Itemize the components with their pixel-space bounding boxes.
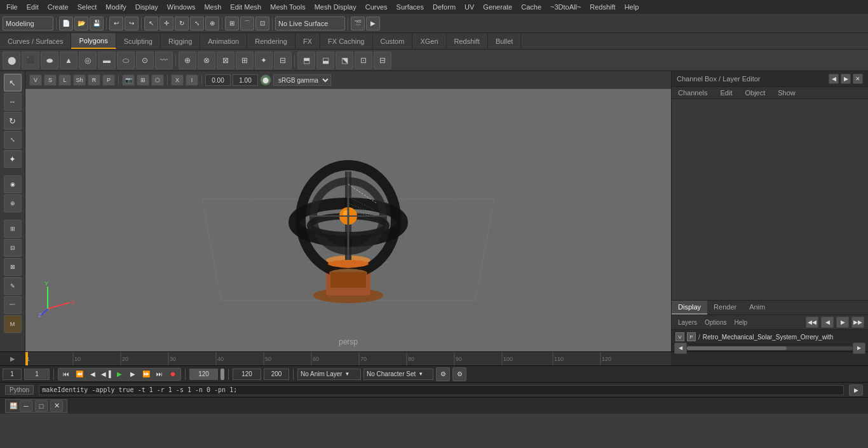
menu-create[interactable]: Create	[44, 2, 72, 12]
shelf-bridge[interactable]: ⬓	[316, 51, 334, 69]
component-select-btn[interactable]: ⊠	[4, 258, 22, 276]
mode-dropdown[interactable]: Modeling	[3, 17, 53, 31]
menu-display[interactable]: Display	[132, 2, 162, 12]
vp-xray-btn[interactable]: X	[171, 74, 184, 86]
layers-nav-first[interactable]: ◀◀	[806, 316, 818, 328]
autokey-btn[interactable]: ⚙	[436, 367, 450, 381]
menu-mesh-tools[interactable]: Mesh Tools	[266, 2, 309, 12]
shelf-bevel[interactable]: ⬔	[336, 51, 353, 69]
ch-tab-channels[interactable]: Channels	[672, 87, 714, 98]
menu-windows[interactable]: Windows	[163, 2, 200, 12]
frame-end-input[interactable]	[233, 369, 261, 380]
select-mode-btn[interactable]: ↖	[4, 74, 22, 92]
layer-playback-btn[interactable]: P	[687, 332, 696, 341]
shelf-cube[interactable]: ⬛	[22, 51, 39, 69]
vp-color-space-icon[interactable]: ⬤	[260, 74, 271, 86]
step-fwd-btn[interactable]: ⏩	[140, 368, 153, 381]
move-mode-btn[interactable]: ↔	[4, 93, 22, 111]
scroll-left-btn[interactable]: ◀	[674, 343, 687, 354]
scroll-right-btn[interactable]: ▶	[853, 343, 865, 354]
go-end-btn[interactable]: ⏭	[153, 368, 166, 381]
paint-skin-btn[interactable]: ✎	[4, 277, 22, 295]
redo-btn[interactable]: ↪	[125, 17, 139, 31]
layers-options[interactable]: Options	[702, 318, 729, 327]
soft-select-btn[interactable]: ◉	[4, 175, 22, 193]
vp-panels-menu[interactable]: P	[102, 74, 115, 86]
gamma-input[interactable]	[205, 74, 231, 86]
layers-help[interactable]: Help	[731, 318, 750, 327]
render-btn[interactable]: 🎬	[351, 17, 365, 31]
menu-file[interactable]: File	[3, 2, 22, 12]
menu-curves[interactable]: Curves	[362, 2, 391, 12]
snap-to-grid-btn[interactable]: ⊟	[4, 239, 22, 257]
tab-curves-surfaces[interactable]: Curves / Surfaces	[0, 33, 71, 49]
shelf-sphere[interactable]: ⬤	[3, 51, 20, 69]
win-minimize-btn[interactable]: ─	[20, 400, 32, 412]
shelf-insert-loop[interactable]: ⊡	[355, 51, 372, 69]
tab-rigging[interactable]: Rigging	[161, 33, 200, 49]
symmetry-btn[interactable]: ⊕	[4, 194, 22, 212]
snap-grid[interactable]: ⊞	[225, 17, 239, 31]
tab-redshift[interactable]: Redshift	[447, 33, 488, 49]
layer-scrollbar[interactable]: ◀ ▶	[672, 344, 868, 351]
color-space-dropdown[interactable]: sRGB gamma	[273, 74, 331, 86]
sculpt-btn[interactable]: 〰	[4, 296, 22, 314]
cb-btn2[interactable]: ▶	[841, 74, 851, 84]
shelf-combine[interactable]: ⊕	[179, 51, 196, 69]
cb-close[interactable]: ✕	[853, 74, 863, 84]
vp-lighting-menu[interactable]: L	[58, 74, 71, 86]
layers-nav-next[interactable]: ▶	[836, 316, 849, 328]
scroll-track[interactable]	[687, 346, 853, 350]
tab-polygons[interactable]: Polygons	[71, 33, 116, 49]
scale-tool[interactable]: ⤡	[190, 17, 204, 31]
shelf-pipe[interactable]: ⊙	[136, 51, 154, 69]
shelf-extrude[interactable]: ⬒	[297, 51, 315, 69]
anim-layer-dropdown[interactable]: No Anim Layer ▼	[297, 369, 361, 380]
tab-xgen[interactable]: XGen	[412, 33, 446, 49]
snap-to-poly-btn[interactable]: ⊞	[4, 220, 22, 238]
rotate-mode-btn[interactable]: ↻	[4, 112, 22, 130]
shelf-disk[interactable]: ⬭	[117, 51, 135, 69]
move-tool[interactable]: ✛	[159, 17, 173, 31]
universal-tool[interactable]: ⊕	[205, 17, 219, 31]
maya-icon-btn[interactable]: M	[4, 315, 22, 333]
ch-tab-show[interactable]: Show	[771, 87, 802, 98]
prev-frame-btn[interactable]: ◀	[86, 368, 99, 381]
vp-shading-menu[interactable]: S	[44, 74, 57, 86]
vp-isolate-btn[interactable]: I	[186, 74, 198, 86]
open-file-btn[interactable]: 📂	[74, 17, 88, 31]
frame-max-input[interactable]	[264, 369, 289, 380]
tab-animation[interactable]: Animation	[200, 33, 247, 49]
menu-help[interactable]: Help	[621, 2, 643, 12]
tab-custom[interactable]: Custom	[373, 33, 413, 49]
layers-nav-last[interactable]: ▶▶	[851, 316, 864, 328]
record-btn[interactable]: ⏺	[166, 368, 179, 381]
range-end-input[interactable]	[189, 369, 218, 380]
vp-renderer-menu[interactable]: R	[88, 74, 100, 86]
undo-btn[interactable]: ↩	[109, 17, 123, 31]
tab-rendering[interactable]: Rendering	[247, 33, 295, 49]
menu-deform[interactable]: Deform	[429, 2, 459, 12]
menu-uv[interactable]: UV	[461, 2, 478, 12]
snap-point[interactable]: ⊡	[255, 17, 269, 31]
char-set-dropdown[interactable]: No Character Set ▼	[363, 369, 433, 380]
settings-btn[interactable]: ⚙	[452, 367, 466, 381]
shelf-plane[interactable]: ▬	[98, 51, 116, 69]
shelf-separate[interactable]: ⊗	[198, 51, 215, 69]
snap-curve[interactable]: ⌒	[240, 17, 254, 31]
vp-camera-btn[interactable]: 📷	[122, 74, 135, 86]
tab-fx-caching[interactable]: FX Caching	[320, 33, 372, 49]
menu-surfaces[interactable]: Surfaces	[393, 2, 428, 12]
save-file-btn[interactable]: 💾	[90, 17, 104, 31]
cb-btn1[interactable]: ◀	[829, 74, 839, 84]
python-label[interactable]: Python	[5, 385, 34, 395]
scale-mode-btn[interactable]: ⤡	[4, 131, 22, 149]
dra-tab-anim[interactable]: Anim	[743, 301, 771, 315]
play-back-btn[interactable]: ◀▐	[100, 368, 112, 381]
range-handle[interactable]	[220, 369, 224, 380]
win-close-btn[interactable]: ✕	[50, 400, 63, 412]
window-task-item[interactable]: 🪟 ─ □ ✕	[5, 399, 67, 413]
rotate-tool[interactable]: ↻	[175, 17, 189, 31]
dra-tab-display[interactable]: Display	[672, 301, 707, 315]
menu-mesh-display[interactable]: Mesh Display	[311, 2, 360, 12]
